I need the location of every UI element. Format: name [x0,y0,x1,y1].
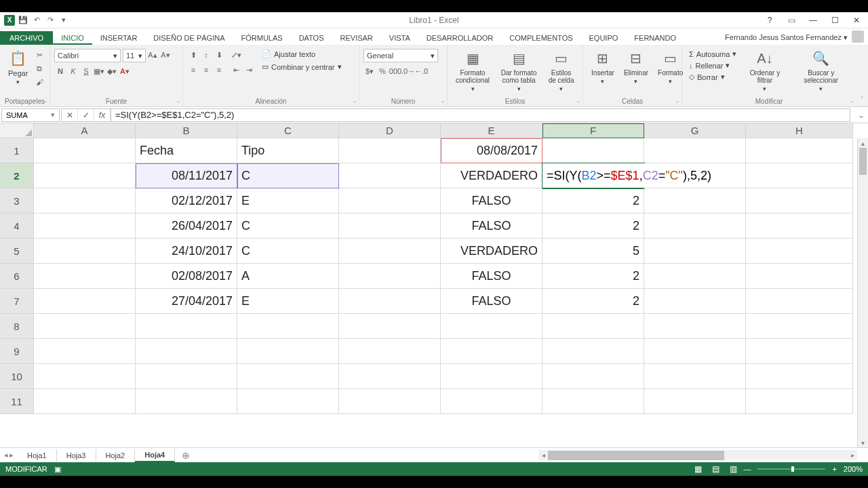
cell-B4[interactable]: 26/04/2017 [136,214,237,239]
cell-A6[interactable] [34,264,136,289]
sheet-nav-last-icon[interactable]: ▸ [9,451,14,460]
undo-icon[interactable]: ↶ [31,15,42,26]
vertical-scrollbar[interactable]: ▴ ▾ [857,138,868,447]
cell-B3[interactable]: 02/12/2017 [136,188,237,214]
cell-D4[interactable] [339,214,441,239]
cell-E6[interactable]: FALSO [441,264,542,289]
row-header-4[interactable]: 4 [0,214,34,239]
paste-button[interactable]: 📋 Pegar ▾ [4,46,32,88]
indent-decrease-icon[interactable]: ⇤ [230,64,242,76]
cell-G7[interactable] [644,289,746,314]
cell-A5[interactable] [34,239,136,264]
zoom-level[interactable]: 200% [844,465,863,473]
row-header-10[interactable]: 10 [0,364,34,389]
sheet-tab-hoja4[interactable]: Hoja4 [135,449,175,462]
wrap-text-button[interactable]: 📄 Ajustar texto [259,49,344,59]
tab-fernando[interactable]: Fernando [626,31,684,45]
help-icon[interactable]: ? [761,14,778,26]
cell-A1[interactable] [34,138,136,163]
col-header-E[interactable]: E [441,123,542,138]
sort-filter-button[interactable]: A↓Ordenar y filtrar▾ [741,46,789,95]
cell-D3[interactable] [339,188,441,214]
cell-E4[interactable]: FALSO [441,214,542,239]
bold-icon[interactable]: N [54,65,66,77]
cell-B1[interactable]: Fecha [136,138,237,163]
cell-E1[interactable]: 08/08/2017 [441,138,542,163]
orientation-icon[interactable]: ⤢▾ [230,49,242,61]
underline-icon[interactable]: S [80,65,92,77]
insert-cells-button[interactable]: ⊞Insertar▾ [587,46,618,87]
cell-G1[interactable] [644,138,746,163]
cell-F4[interactable]: 2 [542,214,644,239]
format-painter-icon[interactable]: 🖌 [33,76,45,88]
fill-color-icon[interactable]: ◆▾ [106,65,118,77]
delete-cells-button[interactable]: ⊟Eliminar▾ [620,46,652,87]
tab-revisar[interactable]: REVISAR [332,31,381,45]
cell-F5[interactable]: 5 [542,239,644,264]
minimize-icon[interactable]: — [804,14,822,26]
number-format-select[interactable]: General▾ [363,49,438,62]
cell-D6[interactable] [339,264,441,289]
col-header-F[interactable]: F [542,123,644,138]
shrink-font-icon[interactable]: A▾ [159,49,172,61]
col-header-B[interactable]: B [136,123,237,138]
col-header-H[interactable]: H [746,123,853,138]
autosum-button[interactable]: Σ Autosuma ▾ [686,49,739,59]
cell-C7[interactable]: E [237,289,339,314]
zoom-out-icon[interactable]: — [743,465,751,473]
vscroll-thumb[interactable] [859,148,867,175]
cell-styles-button[interactable]: ▭Estilos de celda▾ [544,46,578,95]
cell-A3[interactable] [34,188,136,214]
cell-B2[interactable]: 08/11/2017 [136,163,237,188]
cell-E3[interactable]: FALSO [441,188,542,214]
grow-font-icon[interactable]: A▴ [146,49,159,61]
find-select-button[interactable]: 🔍Buscar y seleccionar▾ [790,46,852,95]
cell-F2-editing[interactable]: =SI(Y(B2>=$E$1,C2="C"),5,2) [542,163,644,188]
horizontal-scrollbar[interactable]: ◂ ▸ [538,450,857,460]
cell-F1[interactable] [542,138,644,163]
close-icon[interactable]: ✕ [848,14,865,26]
row-header-9[interactable]: 9 [0,339,34,364]
cell-F7[interactable]: 2 [542,289,644,314]
sheet-nav-first-icon[interactable]: ◂ [4,451,8,460]
cell-A4[interactable] [34,214,136,239]
font-size-select[interactable]: 11▾ [123,49,146,62]
cut-icon[interactable]: ✂ [33,49,45,61]
conditional-format-button[interactable]: ▦Formato condicional▾ [452,46,494,95]
tab-vista[interactable]: VISTA [381,31,418,45]
cell-H5[interactable] [746,239,853,264]
row-header-11[interactable]: 11 [0,389,34,414]
tab-insertar[interactable]: INSERTAR [92,31,146,45]
cell-B5[interactable]: 24/10/2017 [136,239,237,264]
col-header-G[interactable]: G [644,123,746,138]
view-page-break-icon[interactable]: ▥ [726,464,741,474]
row-header-3[interactable]: 3 [0,188,34,214]
font-family-select[interactable]: Calibri▾ [54,49,121,62]
signed-in-user[interactable]: Fernando Jesus Santos Fernandez ▾ [718,30,868,45]
align-left-icon[interactable]: ≡ [187,64,199,76]
row-header-1[interactable]: 1 [0,138,34,163]
align-top-icon[interactable]: ⬆ [187,49,199,61]
spreadsheet-grid[interactable]: A B C D E F G H 1 Fecha Tipo 08/08/2017 [0,123,868,447]
cell-A2[interactable] [34,163,136,188]
tab-inicio[interactable]: INICIO [53,31,92,45]
cell-E5[interactable]: VERDADERO [441,239,542,264]
cell-E7[interactable]: FALSO [441,289,542,314]
cell-A7[interactable] [34,289,136,314]
cell-H2[interactable] [746,163,853,188]
row-header-5[interactable]: 5 [0,239,34,264]
cancel-formula-icon[interactable]: ✕ [62,109,78,121]
percent-icon[interactable]: % [376,65,389,77]
italic-icon[interactable]: K [67,65,79,77]
row-header-7[interactable]: 7 [0,289,34,314]
cell-C3[interactable]: E [237,188,339,214]
decrease-decimal-icon[interactable]: ←.0 [415,65,427,77]
tab-datos[interactable]: DATOS [291,31,332,45]
view-page-layout-icon[interactable]: ▤ [708,464,723,474]
cell-H6[interactable] [746,264,853,289]
comma-icon[interactable]: 000 [389,65,401,77]
col-header-C[interactable]: C [237,123,339,138]
tab-equipo[interactable]: EQUIPO [581,31,627,45]
formula-input[interactable]: =SI(Y(B2>=$E$1,C2="C"),5,2) [111,108,850,122]
cell-G3[interactable] [644,188,746,214]
